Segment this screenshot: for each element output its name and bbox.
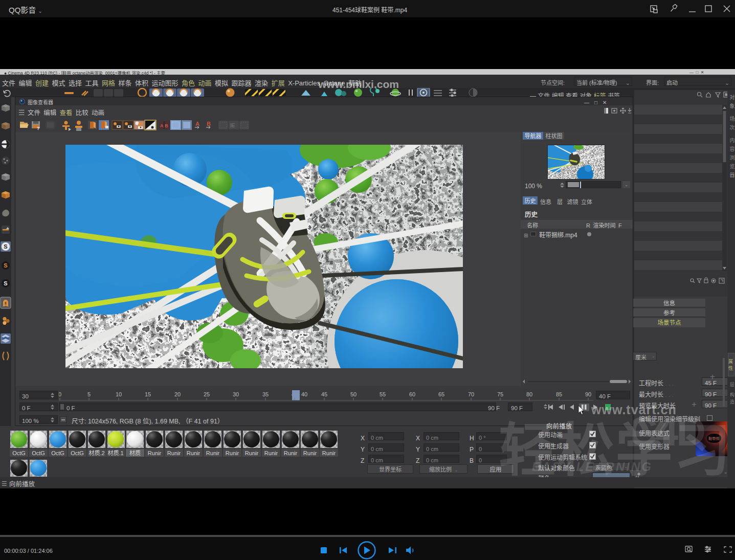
svg-text:65: 65 (438, 391, 444, 397)
svg-text:B: B (165, 122, 168, 129)
svg-text:40: 40 (301, 391, 307, 397)
svg-text:材质.1: 材质.1 (107, 449, 123, 457)
svg-text:材质.2: 材质.2 (88, 449, 104, 457)
svg-text:S: S (4, 262, 7, 268)
svg-text:15: 15 (145, 391, 151, 397)
svg-text:Runir: Runir (206, 449, 220, 457)
svg-text:OctG: OctG (51, 449, 64, 457)
svg-text:OctG: OctG (12, 449, 26, 457)
svg-text:0: 0 (59, 391, 61, 397)
svg-text:A: A (160, 122, 164, 129)
svg-text:Runir: Runir (284, 449, 298, 457)
svg-text:材质: 材质 (129, 449, 141, 457)
svg-text:S: S (4, 280, 7, 286)
svg-text:S: S (4, 243, 7, 250)
svg-text:80: 80 (526, 391, 532, 397)
svg-text:OctG: OctG (32, 449, 45, 457)
svg-text:Runir: Runir (303, 449, 317, 457)
svg-text:85: 85 (556, 391, 562, 397)
svg-text:Runir: Runir (245, 449, 259, 457)
svg-text:60: 60 (409, 391, 415, 397)
svg-text:50: 50 (350, 391, 357, 397)
svg-text:55: 55 (380, 391, 386, 397)
svg-text:IE: IE (230, 121, 235, 129)
svg-text:Runir: Runir (322, 449, 336, 457)
svg-text:Runir: Runir (167, 449, 181, 457)
svg-text:90: 90 (585, 391, 591, 397)
svg-text:75: 75 (497, 391, 503, 397)
svg-text:10: 10 (116, 391, 122, 397)
svg-text:45: 45 (321, 391, 327, 397)
svg-text:Runir: Runir (226, 449, 239, 457)
svg-text:25: 25 (204, 391, 210, 397)
svg-text:35: 35 (262, 391, 269, 397)
svg-text:20: 20 (174, 391, 181, 397)
svg-text:70: 70 (468, 391, 474, 397)
svg-text:Runir: Runir (187, 449, 201, 457)
svg-text:30: 30 (233, 391, 239, 397)
svg-text:Runir: Runir (148, 449, 162, 457)
svg-text:?: ? (37, 125, 40, 131)
svg-text:Runir: Runir (264, 449, 278, 457)
svg-text:OctG: OctG (71, 449, 84, 457)
svg-text:5: 5 (87, 391, 91, 397)
